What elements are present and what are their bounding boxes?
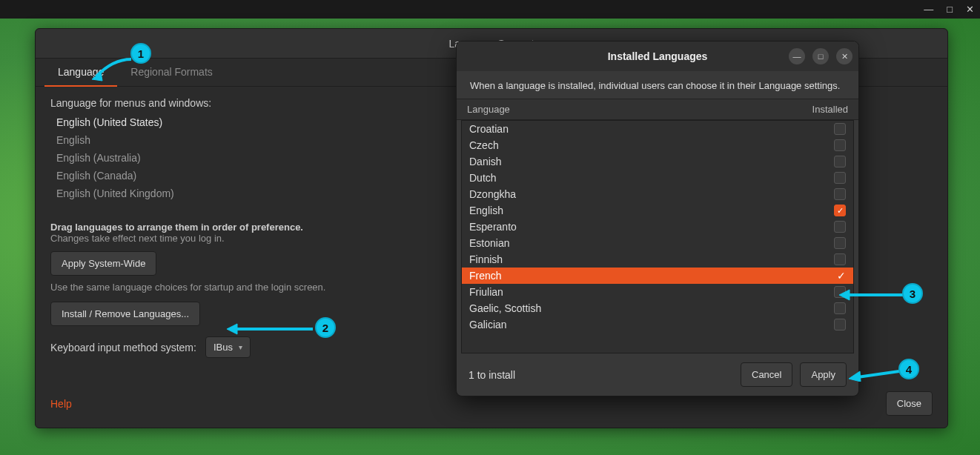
annotation-arrow-3: [838, 289, 904, 304]
desktop-maximize-icon[interactable]: □: [947, 4, 953, 15]
installed-checkbox[interactable]: [834, 156, 846, 167]
language-name: Galician: [469, 319, 507, 331]
table-row[interactable]: French✓: [462, 268, 853, 284]
help-link[interactable]: Help: [50, 398, 72, 410]
language-name: Friulian: [469, 286, 503, 298]
annotation-arrow-4: [847, 367, 901, 382]
desktop-close-icon[interactable]: ✕: [966, 4, 974, 15]
keyboard-input-select[interactable]: IBus ▾: [205, 336, 251, 358]
apply-system-wide-button[interactable]: Apply System-Wide: [50, 251, 156, 276]
language-name: Croatian: [469, 123, 509, 135]
svg-marker-6: [849, 371, 861, 382]
desktop-minimize-icon[interactable]: —: [924, 4, 933, 15]
keyboard-input-label: Keyboard input method system:: [50, 342, 196, 353]
svg-marker-2: [227, 324, 237, 334]
annotation-arrow-2: [225, 322, 314, 336]
installed-checkbox[interactable]: [834, 221, 846, 233]
installed-checkbox[interactable]: [834, 123, 846, 135]
table-row[interactable]: Dzongkha: [462, 186, 853, 202]
installed-checkbox[interactable]: [834, 237, 846, 249]
column-installed: Installed: [812, 104, 848, 115]
installed-checkbox[interactable]: [834, 302, 846, 314]
apply-button[interactable]: Apply: [800, 362, 847, 387]
language-name: Estonian: [469, 237, 509, 249]
annotation-callout-3: 3: [902, 283, 923, 304]
table-row[interactable]: Gaelic, Scottish: [462, 300, 853, 316]
column-language: Language: [467, 104, 510, 115]
installed-checkbox[interactable]: [834, 172, 846, 184]
installed-languages-dialog: Installed Languages — □ ✕ When a languag…: [456, 41, 859, 396]
dialog-title-bar: Installed Languages — □ ✕: [457, 41, 858, 71]
language-table[interactable]: CroatianCzechDanishDutchDzongkhaEnglishE…: [461, 120, 854, 353]
language-name: Dzongkha: [469, 188, 516, 200]
svg-marker-4: [839, 290, 850, 300]
annotation-callout-4: 4: [898, 359, 919, 379]
language-name: Danish: [469, 156, 502, 167]
language-name: English: [469, 205, 503, 216]
annotation-callout-1: 1: [130, 43, 151, 64]
table-row[interactable]: Friulian: [462, 284, 853, 300]
table-row[interactable]: Dutch: [462, 170, 853, 186]
install-count-label: 1 to install: [469, 369, 515, 381]
language-name: Czech: [469, 139, 499, 151]
dialog-maximize-icon[interactable]: □: [812, 48, 829, 64]
installed-checkbox[interactable]: [834, 205, 846, 216]
svg-line-5: [858, 371, 899, 377]
close-button[interactable]: Close: [886, 391, 933, 416]
table-row[interactable]: Finnish: [462, 251, 853, 268]
table-row[interactable]: Esperanto: [462, 219, 853, 235]
table-row[interactable]: Czech: [462, 137, 853, 153]
installed-checkbox[interactable]: [834, 319, 846, 331]
install-remove-languages-button[interactable]: Install / Remove Languages...: [50, 302, 200, 326]
language-table-header: Language Installed: [457, 99, 858, 120]
language-name: French: [469, 270, 502, 282]
table-row[interactable]: Croatian: [462, 121, 853, 137]
language-name: Gaelic, Scottish: [469, 302, 541, 314]
dialog-minimize-icon[interactable]: —: [789, 48, 805, 64]
language-name: Finnish: [469, 253, 503, 265]
language-name: Dutch: [469, 172, 497, 184]
dialog-close-icon[interactable]: ✕: [836, 48, 852, 64]
desktop-top-bar: — □ ✕: [0, 0, 980, 19]
language-name: Esperanto: [469, 221, 517, 233]
table-row[interactable]: Galician: [462, 316, 853, 333]
svg-marker-0: [92, 72, 102, 81]
table-row[interactable]: English: [462, 202, 853, 219]
annotation-callout-2: 2: [315, 317, 336, 338]
keyboard-input-value: IBus: [213, 342, 233, 353]
dialog-footer: 1 to install Cancel Apply: [457, 353, 858, 396]
table-row[interactable]: Estonian: [462, 235, 853, 251]
annotation-arrow-1: [90, 56, 135, 85]
checkmark-icon[interactable]: ✓: [837, 270, 846, 282]
installed-checkbox[interactable]: [834, 139, 846, 151]
chevron-down-icon: ▾: [239, 343, 242, 351]
dialog-title: Installed Languages: [608, 50, 708, 62]
cancel-button[interactable]: Cancel: [741, 362, 792, 387]
dialog-description: When a language is installed, individual…: [457, 71, 858, 99]
installed-checkbox[interactable]: [834, 253, 846, 265]
table-row[interactable]: Danish: [462, 153, 853, 170]
installed-checkbox[interactable]: [834, 188, 846, 200]
